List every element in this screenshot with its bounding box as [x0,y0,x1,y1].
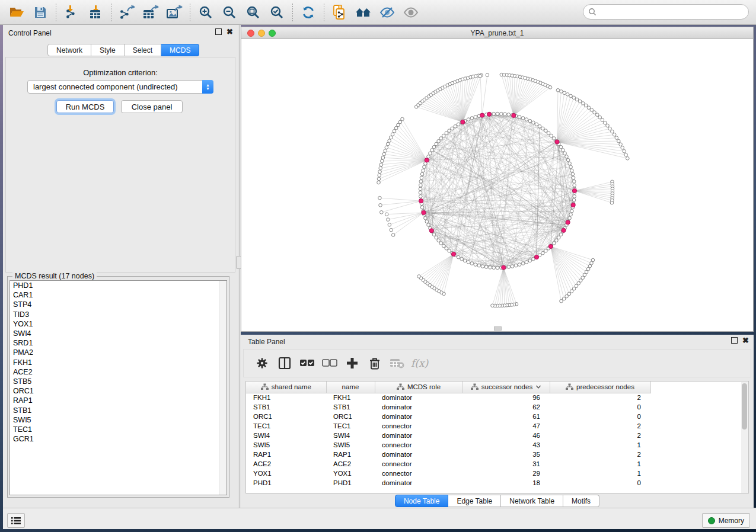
network-node[interactable] [606,124,610,127]
node-table-grid[interactable]: shared namenameMCDS rolesuccessor nodesp… [246,382,651,488]
mcds-node[interactable] [419,199,423,203]
network-node[interactable] [390,228,393,232]
network-node[interactable] [435,236,438,239]
network-node[interactable] [610,201,614,205]
network-node[interactable] [388,139,391,143]
table-cell[interactable]: SWI5 [326,440,375,450]
network-node[interactable] [595,113,599,117]
network-node[interactable] [381,156,385,159]
network-node[interactable] [604,121,607,124]
network-node[interactable] [557,236,561,239]
mcds-node[interactable] [572,188,576,193]
network-node[interactable] [572,180,576,184]
network-node[interactable] [435,142,438,146]
network-node[interactable] [624,153,628,157]
network-node[interactable] [474,116,477,119]
network-node[interactable] [590,108,594,112]
network-node[interactable] [593,111,596,114]
network-node[interactable] [613,133,616,137]
network-node[interactable] [379,163,383,166]
table-cell[interactable]: dominator [375,412,462,421]
table-cell[interactable]: YOX1 [246,469,326,478]
close-table-panel-icon[interactable]: ✖ [742,337,749,344]
network-node[interactable] [548,86,552,89]
mcds-node[interactable] [487,112,491,116]
table-cell[interactable]: 1 [550,440,650,450]
network-node[interactable] [457,255,460,259]
network-node[interactable] [541,251,545,255]
table-cell[interactable]: 0 [550,402,650,412]
network-node[interactable] [388,223,391,227]
network-node[interactable] [562,297,566,300]
network-node[interactable] [470,117,474,120]
mcds-node[interactable] [461,120,465,124]
network-node[interactable] [430,149,434,152]
table-cell[interactable]: FKH1 [326,393,375,402]
zoom-selected-button[interactable] [265,2,289,23]
table-scrollbar-thumb[interactable] [742,383,747,430]
network-node[interactable] [419,187,422,191]
network-node[interactable] [492,266,496,270]
mcds-result-item[interactable]: TID3 [10,310,227,319]
table-cell[interactable]: 43 [462,440,550,450]
table-cell[interactable]: YOX1 [326,469,375,478]
zoom-out-button[interactable] [218,2,241,23]
network-node[interactable] [575,98,579,101]
network-node[interactable] [578,100,582,103]
network-node[interactable] [439,242,443,245]
column-header-MCDS-role[interactable]: MCDS role [375,382,462,393]
network-node[interactable] [611,130,614,133]
table-cell[interactable]: 29 [462,469,550,478]
network-node[interactable] [496,266,499,270]
table-cell[interactable]: 2 [550,421,650,431]
tab-network-table[interactable]: Network Table [501,495,563,507]
table-row[interactable]: SWI5SWI5connector431 [246,440,650,450]
table-cell[interactable]: connector [375,440,462,450]
network-node[interactable] [552,137,556,140]
network-node[interactable] [491,304,495,307]
network-node[interactable] [572,96,576,100]
network-node[interactable] [378,174,381,177]
network-node[interactable] [507,265,511,269]
network-node[interactable] [556,89,560,92]
zoom-fit-button[interactable] [241,2,265,23]
network-node[interactable] [420,176,423,180]
network-node[interactable] [391,233,395,237]
network-node[interactable] [467,118,470,121]
table-cell[interactable]: 1 [550,469,650,478]
network-node[interactable] [566,93,569,97]
tab-style[interactable]: Style [91,44,125,56]
network-node[interactable] [566,158,570,162]
network-node[interactable] [419,191,422,194]
mcds-result-item[interactable]: PMA2 [10,348,227,357]
network-node[interactable] [451,127,454,130]
table-cell[interactable]: dominator [375,450,462,459]
mcds-result-item[interactable]: STP4 [10,300,227,309]
network-node[interactable] [484,265,488,269]
tab-network[interactable]: Network [47,44,91,56]
export-table-button[interactable] [139,2,162,23]
network-splitter-handle[interactable] [494,326,502,331]
mcds-result-item[interactable]: SWI5 [10,415,227,425]
network-node[interactable] [457,123,460,126]
table-cell[interactable]: TEC1 [326,421,375,431]
network-node[interactable] [454,125,457,129]
table-cell[interactable]: connector [375,469,462,478]
table-cell[interactable]: 47 [462,421,550,431]
network-node[interactable] [384,149,387,153]
table-cell[interactable]: 31 [462,459,550,469]
mcds-result-item[interactable]: SWI4 [10,329,227,338]
network-node[interactable] [424,216,428,220]
network-node[interactable] [422,169,425,172]
table-cell[interactable]: PHD1 [326,478,375,488]
mcds-result-item[interactable]: CAR1 [10,290,227,300]
network-node[interactable] [401,117,404,121]
task-history-button[interactable] [7,513,25,528]
mcds-node[interactable] [502,265,506,270]
maximize-window-icon[interactable] [269,30,276,37]
network-snapshot-button[interactable] [328,2,352,23]
network-node[interactable] [470,262,474,265]
network-node[interactable] [572,176,575,180]
table-scrollbar[interactable] [741,382,748,493]
table-cell[interactable]: 35 [462,450,550,459]
